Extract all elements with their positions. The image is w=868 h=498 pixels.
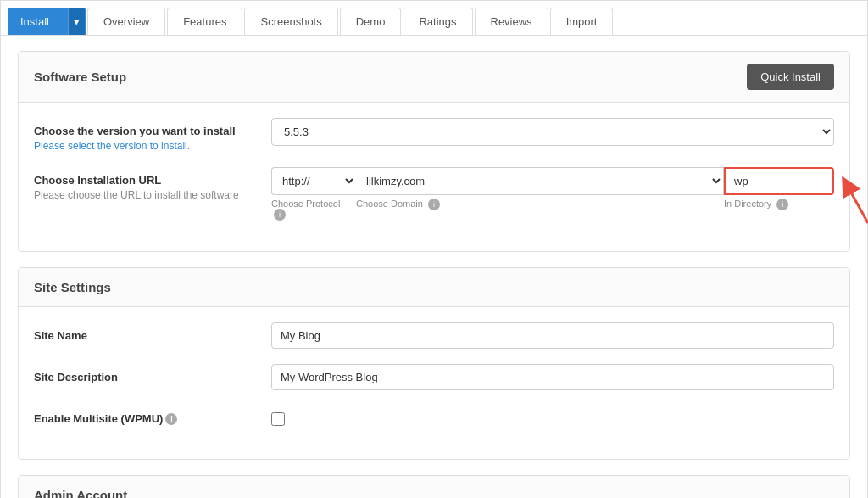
tab-screenshots-label: Screenshots [260, 15, 321, 28]
site-desc-label: Site Description [34, 371, 271, 383]
svg-line-0 [847, 185, 868, 223]
nav-tabs: Install ▾ Overview Features Screenshots … [1, 1, 867, 36]
directory-wrapper [724, 167, 834, 195]
version-control-col: 5.5.3 [271, 118, 834, 146]
site-name-label: Site Name [34, 329, 271, 342]
quick-install-button[interactable]: Quick Install [747, 64, 834, 90]
admin-account-section: Admin Account Admin Username [18, 475, 850, 498]
tab-overview-label: Overview [103, 15, 149, 28]
tab-demo-label: Demo [356, 15, 386, 28]
software-setup-header: Software Setup Quick Install [19, 52, 849, 103]
tab-install-dropdown[interactable]: ▾ [68, 8, 85, 35]
version-hint: Please select the version to install. [34, 140, 271, 152]
software-setup-body: Choose the version you want to install P… [19, 103, 849, 251]
directory-input[interactable] [724, 167, 834, 195]
version-label-col: Choose the version you want to install P… [34, 118, 271, 152]
url-labels-row: Choose Protocol i Choose Domain i In Dir… [271, 199, 834, 221]
site-settings-title: Site Settings [34, 280, 111, 294]
protocol-hint-label: Choose Protocol i [271, 199, 356, 221]
site-desc-label-col: Site Description [34, 364, 271, 383]
site-name-row: Site Name [34, 322, 834, 349]
admin-account-header: Admin Account [19, 476, 849, 498]
version-row: Choose the version you want to install P… [34, 118, 834, 152]
site-desc-row: Site Description [34, 364, 834, 390]
tab-overview[interactable]: Overview [87, 8, 165, 35]
version-select[interactable]: 5.5.3 [271, 118, 834, 146]
multisite-info-icon[interactable]: i [165, 413, 177, 425]
protocol-select[interactable]: http://https:// [271, 167, 356, 195]
tab-import-label: Import [566, 15, 598, 28]
site-settings-body: Site Name Site Description [19, 307, 849, 459]
domain-select[interactable]: lilkimzy.com [356, 167, 724, 195]
tab-import[interactable]: Import [550, 8, 614, 35]
tab-install-label: Install [20, 15, 49, 28]
software-setup-section: Software Setup Quick Install Choose the … [18, 51, 850, 252]
directory-hint-label: In Directory i [724, 199, 834, 221]
tab-features[interactable]: Features [167, 8, 242, 35]
chevron-down-icon: ▾ [74, 15, 80, 28]
admin-account-title: Admin Account [34, 488, 127, 498]
directory-info-icon[interactable]: i [776, 199, 788, 210]
url-input-row: http://https:// lilkimzy.com [271, 167, 834, 195]
url-control-col: http://https:// lilkimzy.com [271, 167, 834, 221]
multisite-label-col: Enable Multisite (WPMU) i [34, 406, 271, 425]
tab-reviews[interactable]: Reviews [475, 8, 548, 35]
tab-ratings-label: Ratings [419, 15, 456, 28]
software-setup-title: Software Setup [34, 70, 126, 84]
version-label: Choose the version you want to install [34, 125, 271, 137]
tab-features-label: Features [183, 15, 226, 28]
multisite-row: Enable Multisite (WPMU) i [34, 406, 834, 428]
protocol-info-icon[interactable]: i [274, 209, 286, 221]
tab-demo[interactable]: Demo [340, 8, 402, 35]
domain-hint-label: Choose Domain i [356, 199, 724, 221]
site-settings-section: Site Settings Site Name Site Description [18, 267, 850, 460]
site-name-control-col [271, 322, 834, 349]
site-desc-input[interactable] [271, 364, 834, 390]
tab-reviews-label: Reviews [491, 15, 532, 28]
url-hint: Please choose the URL to install the sof… [34, 189, 271, 201]
site-name-label-col: Site Name [34, 322, 271, 342]
domain-info-icon[interactable]: i [428, 199, 440, 210]
url-label: Choose Installation URL [34, 174, 271, 187]
site-desc-control-col [271, 364, 834, 390]
multisite-control-col [271, 406, 834, 428]
site-settings-header: Site Settings [19, 268, 849, 307]
tab-screenshots[interactable]: Screenshots [244, 8, 337, 35]
site-name-input[interactable] [271, 322, 834, 349]
multisite-label: Enable Multisite (WPMU) i [34, 412, 271, 425]
url-row: Choose Installation URL Please choose th… [34, 167, 834, 221]
tab-install[interactable]: Install ▾ [8, 8, 86, 35]
url-label-col: Choose Installation URL Please choose th… [34, 167, 271, 201]
tab-ratings[interactable]: Ratings [403, 8, 472, 35]
multisite-checkbox[interactable] [271, 412, 285, 426]
